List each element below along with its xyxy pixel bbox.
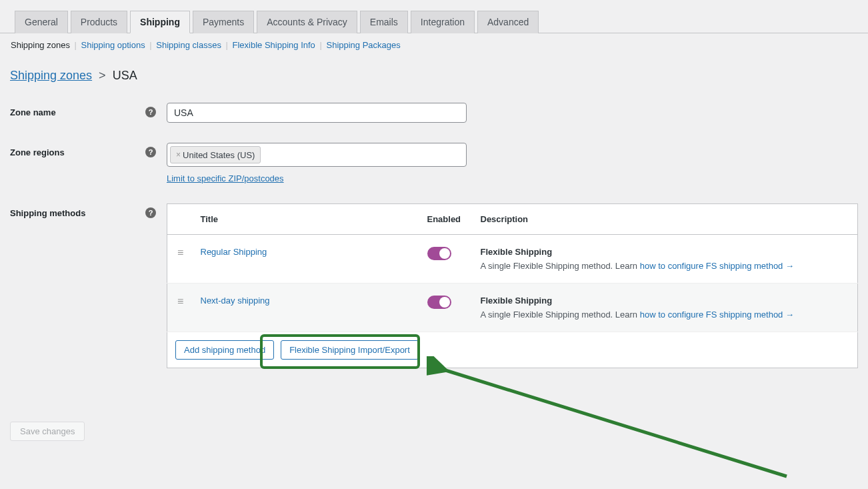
import-export-button[interactable]: Flexible Shipping Import/Export (281, 340, 419, 360)
desc-title: Flexible Shipping (481, 247, 851, 257)
limit-postcodes-link[interactable]: Limit to specific ZIP/postcodes (167, 173, 467, 183)
table-row: ≡ Next-day shipping Flexible Shipping A … (167, 284, 858, 332)
main-tabs: General Products Shipping Payments Accou… (0, 0, 868, 33)
tab-accounts[interactable]: Accounts & Privacy (257, 11, 357, 33)
zone-regions-label: Zone regions (10, 147, 65, 157)
subnav-classes[interactable]: Shipping classes (156, 40, 221, 50)
th-title: Title (194, 204, 421, 235)
tab-payments[interactable]: Payments (193, 11, 254, 33)
help-icon[interactable]: ? (145, 107, 156, 117)
zone-name-label: Zone name (10, 107, 56, 117)
method-title-link[interactable]: Next-day shipping (201, 296, 270, 306)
save-changes-button[interactable]: Save changes (10, 422, 85, 441)
zone-name-input[interactable] (167, 103, 467, 123)
tab-emails[interactable]: Emails (360, 11, 408, 33)
region-tag-label: United States (US) (183, 150, 255, 160)
sub-nav: Shipping zones | Shipping options | Ship… (0, 33, 868, 57)
table-row: ≡ Regular Shipping Flexible Shipping A s… (167, 235, 858, 284)
breadcrumb-root[interactable]: Shipping zones (10, 69, 92, 82)
tab-integration[interactable]: Integration (411, 11, 475, 33)
desc-text: A single Flexible Shipping method. Learn (481, 261, 640, 271)
subnav-flex-info[interactable]: Flexible Shipping Info (233, 40, 315, 50)
tab-products[interactable]: Products (71, 11, 127, 33)
desc-link[interactable]: how to configure FS shipping method → (640, 310, 794, 320)
th-description: Description (474, 204, 858, 235)
subnav-options[interactable]: Shipping options (81, 40, 145, 50)
table-footer: Add shipping method Flexible Shipping Im… (167, 332, 858, 368)
help-icon[interactable]: ? (145, 207, 156, 218)
drag-handle-icon[interactable]: ≡ (177, 296, 183, 307)
enabled-toggle[interactable] (427, 296, 451, 309)
add-shipping-method-button[interactable]: Add shipping method (175, 340, 274, 360)
shipping-methods-table: Title Enabled Description ≡ Regular Ship… (167, 203, 858, 332)
enabled-toggle[interactable] (427, 247, 451, 260)
zone-regions-input[interactable]: × United States (US) (167, 143, 467, 167)
breadcrumb-current: USA (113, 69, 137, 82)
desc-title: Flexible Shipping (481, 296, 851, 306)
region-tag: × United States (US) (170, 146, 261, 163)
help-icon[interactable]: ? (145, 147, 156, 157)
shipping-methods-label: Shipping methods (10, 208, 85, 218)
subnav-packages[interactable]: Shipping Packages (326, 40, 400, 50)
desc-link[interactable]: how to configure FS shipping method → (640, 261, 794, 271)
breadcrumb: Shipping zones > USA (0, 57, 868, 89)
subnav-zones[interactable]: Shipping zones (11, 40, 70, 50)
svg-line-0 (443, 370, 787, 461)
tab-general[interactable]: General (15, 11, 68, 33)
annotation-arrow-icon (427, 356, 800, 461)
tab-shipping[interactable]: Shipping (130, 11, 190, 33)
desc-text: A single Flexible Shipping method. Learn (481, 310, 640, 320)
drag-handle-icon[interactable]: ≡ (177, 247, 183, 258)
th-enabled: Enabled (421, 204, 474, 235)
tab-advanced[interactable]: Advanced (477, 11, 539, 33)
method-title-link[interactable]: Regular Shipping (201, 247, 267, 257)
remove-icon[interactable]: × (176, 150, 181, 159)
